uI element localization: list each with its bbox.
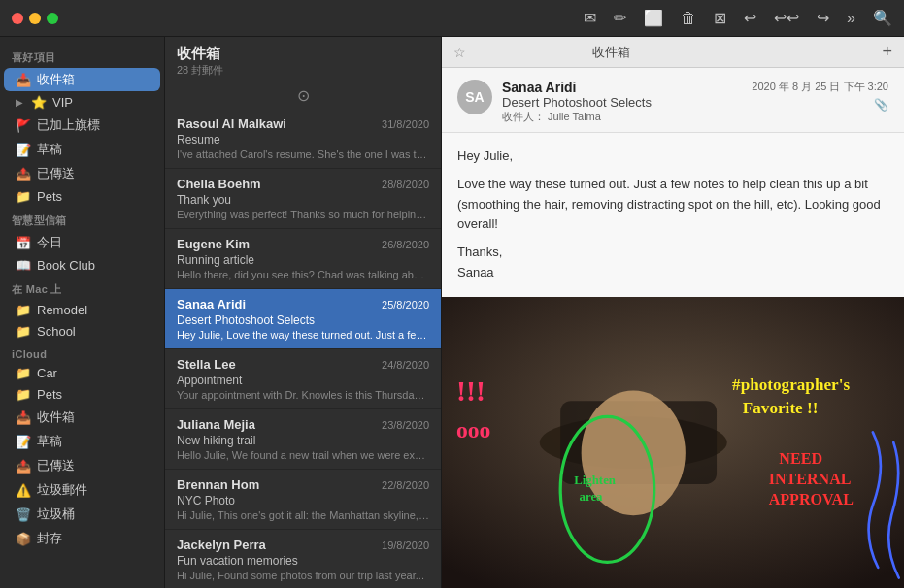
sidebar-item-label: 草稿 [37,433,62,450]
sidebar-item-pets-fav[interactable]: 📁 Pets [4,186,160,207]
sidebar-item-flagged[interactable]: 🚩 已加上旗標 [4,114,160,137]
mailbox-icon[interactable]: ✉ [584,9,596,27]
email-subject: New hiking trail [177,434,429,447]
email-item[interactable]: Rasoul Al Malkawi 31/8/2020 Resume I've … [165,109,441,169]
email-detail-header-bar: ☆ 收件箱 + [442,37,904,68]
svg-text:NEED: NEED [779,449,822,466]
filter-icon[interactable]: ⊙ [297,86,310,105]
sidebar-item-icloud-trash[interactable]: 🗑️ 垃圾桶 [4,503,160,526]
sidebar-item-label: 垃圾郵件 [37,481,87,499]
sidebar-item-label: 收件箱 [37,71,75,88]
email-preview: Hello there, did you see this? Chad was … [177,269,429,280]
forward-icon[interactable]: ↪ [817,9,829,27]
sidebar-item-icloud-inbox[interactable]: 📥 收件箱 [4,406,160,429]
sidebar-item-school[interactable]: 📁 School [4,321,160,342]
icloud-section-label: iCloud [0,343,164,362]
email-sender: Stella Lee [177,357,236,372]
calendar-icon: 📅 [16,236,31,250]
archive-icon: 📦 [16,532,31,546]
email-body-text: Love the way these turned out. Just a fe… [457,175,888,235]
email-item[interactable]: Chella Boehm 28/8/2020 Thank you Everyth… [165,169,441,229]
sidebar-item-label: Remodel [37,303,87,317]
star-button[interactable]: ☆ [453,45,466,60]
svg-text:Lighten: Lighten [574,474,616,487]
sidebar-item-label: Pets [37,189,62,204]
email-date: 19/8/2020 [382,539,429,551]
email-item-header: Stella Lee 24/8/2020 [177,357,429,372]
email-item-selected[interactable]: Sanaa Aridi 25/8/2020 Desert Photoshoot … [165,289,441,349]
email-date: 22/8/2020 [382,479,429,491]
sidebar-item-label: 封存 [37,530,62,547]
star-icon: ⭐ [31,95,47,110]
sidebar-item-icloud-archive[interactable]: 📦 封存 [4,527,160,550]
email-item-header: Eugene Kim 26/8/2020 [177,237,429,251]
reply-icon[interactable]: ↩ [744,9,756,27]
search-icon[interactable]: 🔍 [873,9,892,27]
email-meta-section: SA Sanaa Aridi Desert Photoshoot Selects… [442,68,904,133]
svg-text:area: area [580,490,604,504]
overflow-icon[interactable]: » [847,10,855,27]
sidebar-item-icloud-junk[interactable]: ⚠️ 垃圾郵件 [4,478,160,502]
trash-icon: 🗑️ [16,507,31,522]
sidebar: 喜好項目 📥 收件箱 ▶ ⭐ VIP 🚩 已加上旗標 📝 草稿 📤 已傳送 📁 … [0,37,165,588]
email-date: 28/8/2020 [382,179,429,190]
close-button[interactable] [12,13,23,24]
fullscreen-button[interactable] [47,13,58,24]
email-detail-date: 2020 年 8 月 25 日 下午 3:20 [752,80,888,94]
sent-icon: 📤 [16,459,31,474]
email-meta-right: 2020 年 8 月 25 日 下午 3:20 📎 [752,80,888,112]
sidebar-item-icloud-car[interactable]: 📁 Car [4,363,160,383]
email-subject: NYC Photo [177,494,429,507]
email-item[interactable]: Brennan Hom 22/8/2020 NYC Photo Hi Julie… [165,470,441,530]
email-item-header: Juliana Mejia 23/8/2020 [177,417,429,432]
sidebar-item-remodel[interactable]: 📁 Remodel [4,300,160,320]
email-item[interactable]: Eugene Kim 26/8/2020 Running article Hel… [165,229,441,289]
sidebar-item-icloud-sent[interactable]: 📤 已傳送 [4,454,160,477]
sidebar-item-inbox[interactable]: 📥 收件箱 [4,68,160,91]
sidebar-item-icloud-drafts[interactable]: 📝 草稿 [4,430,160,453]
sidebar-item-drafts[interactable]: 📝 草稿 [4,138,160,161]
email-sender: Chella Boehm [177,177,261,191]
svg-text:#photographer's: #photographer's [732,376,850,394]
sidebar-item-label: 收件箱 [37,408,75,426]
junk-icon: ⚠️ [16,483,31,498]
main-container: 喜好項目 📥 收件箱 ▶ ⭐ VIP 🚩 已加上旗標 📝 草稿 📤 已傳送 📁 … [0,37,904,588]
sidebar-item-label: 已傳送 [37,165,75,182]
email-list-title: 收件箱 [177,45,429,63]
email-subject: Resume [177,133,429,147]
email-sender: Sanaa Aridi [177,297,246,311]
email-list-filter: ⊙ [165,82,441,109]
traffic-lights [12,13,58,24]
archive-icon[interactable]: ⬜ [644,9,663,27]
sidebar-item-today[interactable]: 📅 今日 [4,231,160,254]
email-item-header: Jackelyn Perra 19/8/2020 [177,538,429,552]
sidebar-item-icloud-pets[interactable]: 📁 Pets [4,384,160,405]
email-sender: Juliana Mejia [177,417,255,432]
minimize-button[interactable] [29,13,41,24]
trash-icon[interactable]: 🗑 [681,10,696,27]
junk-icon[interactable]: ⊠ [714,9,726,27]
email-date: 25/8/2020 [382,299,429,310]
sidebar-item-sent[interactable]: 📤 已傳送 [4,162,160,185]
email-sender: Brennan Hom [177,477,259,492]
email-item-header: Rasoul Al Malkawi 31/8/2020 [177,116,429,131]
smart-section-label: 智慧型信箱 [0,208,164,230]
reply-all-icon[interactable]: ↩↩ [774,9,799,27]
toolbar: ✉ ✏ ⬜ 🗑 ⊠ ↩ ↩↩ ↪ » 🔍 [584,9,892,27]
email-date: 31/8/2020 [382,118,429,130]
email-subject: Fun vacation memories [177,554,429,568]
email-item[interactable]: Jackelyn Perra 19/8/2020 Fun vacation me… [165,530,441,588]
inbox-icon: 📥 [16,410,31,425]
compose-icon[interactable]: ✏ [614,9,626,27]
folder-icon: 📁 [16,303,31,317]
email-item[interactable]: Stella Lee 24/8/2020 Appointment Your ap… [165,349,441,409]
add-button[interactable]: + [882,42,892,62]
email-item[interactable]: Juliana Mejia 23/8/2020 New hiking trail… [165,409,441,470]
email-sender: Eugene Kim [177,237,250,251]
email-detail-header-title: 收件箱 [592,44,630,61]
email-subject: Appointment [177,374,429,387]
sidebar-item-vip[interactable]: ▶ ⭐ VIP [4,92,160,113]
sidebar-item-bookclub[interactable]: 📖 Book Club [4,255,160,276]
email-body-sign: Thanks,Sanaa [457,243,888,283]
email-subject: Desert Photoshoot Selects [177,313,429,327]
